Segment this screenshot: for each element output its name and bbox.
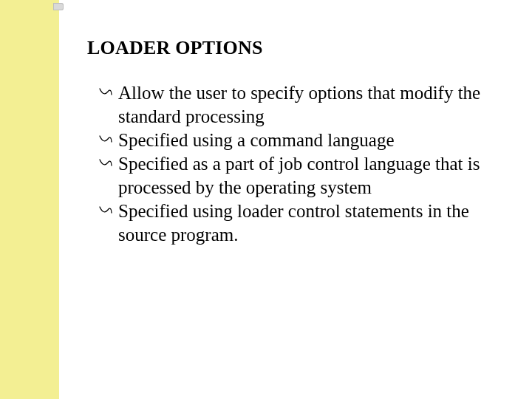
list-item: Specified using loader control statement… bbox=[98, 200, 495, 247]
slide: LOADER OPTIONS Allow the user to specify… bbox=[0, 0, 532, 399]
list-item: Specified using a command language bbox=[98, 129, 495, 152]
curly-bullet-icon bbox=[98, 86, 114, 99]
side-decor-strip bbox=[0, 0, 59, 399]
curly-bullet-icon bbox=[98, 204, 114, 217]
side-tab bbox=[53, 3, 64, 10]
list-item-text: Specified using loader control statement… bbox=[118, 201, 469, 245]
list-item-text: Specified as a part of job control langu… bbox=[118, 154, 480, 197]
slide-title: LOADER OPTIONS bbox=[87, 37, 263, 59]
list-item: Allow the user to specify options that m… bbox=[98, 81, 495, 129]
list-item: Specified as a part of job control langu… bbox=[98, 152, 495, 200]
list-item-text: Allow the user to specify options that m… bbox=[118, 83, 480, 126]
curly-bullet-icon bbox=[98, 133, 114, 146]
curly-bullet-icon bbox=[98, 157, 114, 170]
slide-body: Allow the user to specify options that m… bbox=[98, 81, 495, 247]
list-item-text: Specified using a command language bbox=[118, 130, 395, 150]
